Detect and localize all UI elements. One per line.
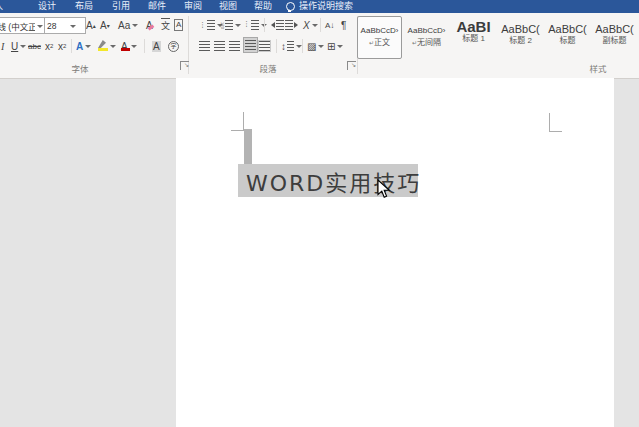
decrease-indent-icon bbox=[268, 22, 275, 28]
enclose-characters-button[interactable]: 字 bbox=[168, 38, 179, 54]
divider bbox=[320, 18, 321, 32]
style-heading2[interactable]: AaBbC( 标题 2 bbox=[498, 16, 543, 59]
align-right-button[interactable] bbox=[229, 38, 240, 54]
align-left-icon bbox=[199, 41, 210, 51]
word-window: { "window": { "accent": "#2b579a", "doc_… bbox=[0, 0, 639, 427]
character-shading-icon: A bbox=[152, 41, 161, 52]
bullets-lines bbox=[207, 20, 215, 30]
style-sample: AaBbCcD› bbox=[358, 24, 401, 38]
chevron-down-icon bbox=[110, 45, 116, 51]
numbering-button[interactable]: 123 bbox=[221, 17, 241, 33]
style-sample: A bbox=[632, 22, 639, 36]
selection-highlight: WORD实用技巧 bbox=[238, 164, 418, 197]
tab-mailings[interactable]: 邮件 bbox=[148, 0, 166, 13]
style-no-spacing[interactable]: AaBbCcD› ↵无间隔 bbox=[404, 16, 449, 59]
document-selected-text[interactable]: WORD实用技巧 bbox=[238, 165, 421, 197]
indent-lines bbox=[276, 20, 284, 30]
chevron-down-icon bbox=[131, 45, 137, 51]
indent-lines bbox=[285, 20, 293, 30]
grow-font-icon: A bbox=[86, 20, 93, 31]
font-dialog-launcher[interactable]: ↘ bbox=[180, 61, 189, 70]
justify-button[interactable] bbox=[243, 37, 258, 53]
tab-insert[interactable]: 插入 bbox=[0, 0, 3, 13]
ribbon-tab-bar: 插入 设计 布局 引用 邮件 审阅 视图 帮助 操作说明搜索 bbox=[0, 0, 639, 13]
grow-font-button[interactable]: A▴ bbox=[86, 17, 96, 33]
borders-button[interactable]: ⊞ bbox=[327, 38, 343, 54]
tab-help[interactable]: 帮助 bbox=[254, 0, 272, 13]
italic-button[interactable]: I bbox=[1, 38, 4, 54]
borders-icon: ⊞ bbox=[327, 41, 335, 52]
line-spacing-icon: ↕ bbox=[281, 41, 286, 52]
margin-mark-right-v bbox=[549, 113, 550, 132]
style-sample: AaBI bbox=[452, 20, 495, 34]
font-size-combo[interactable]: 28 bbox=[44, 17, 86, 34]
change-case-button[interactable]: Aa bbox=[118, 17, 138, 33]
clear-formatting-button[interactable]: A bbox=[146, 17, 153, 33]
font-name-combo[interactable]: 等线 (中文正文) bbox=[0, 17, 46, 34]
shading-button[interactable]: ▨ bbox=[307, 38, 324, 54]
tab-references[interactable]: 引用 bbox=[112, 0, 130, 13]
subscript-button[interactable]: x2 bbox=[45, 38, 53, 54]
shrink-font-button[interactable]: A▾ bbox=[100, 17, 110, 33]
font-size-value: 28 bbox=[47, 21, 56, 31]
numbering-icon: 123 bbox=[221, 22, 224, 29]
pilcrow-icon: ¶ bbox=[341, 20, 346, 31]
line-spacing-lines bbox=[287, 41, 294, 51]
chevron-down-icon bbox=[318, 45, 324, 51]
text-effects-icon: A bbox=[76, 41, 83, 52]
tab-review[interactable]: 审阅 bbox=[184, 0, 202, 13]
phonetic-guide-icon: 文 bbox=[161, 18, 170, 32]
sort-button[interactable]: A ↓ bbox=[325, 17, 334, 33]
font-name-value: 等线 (中文正文) bbox=[0, 20, 35, 32]
selection-empty-line bbox=[244, 129, 252, 165]
style-heading1[interactable]: AaBI 标题 1 bbox=[451, 16, 496, 59]
ribbon-home: 字体 ↘ 等线 (中文正文) 28 A▴ A▾ Aa A 文 A I U abc… bbox=[0, 13, 639, 79]
highlight-icon bbox=[97, 40, 108, 52]
show-hide-marks-button[interactable]: ¶ bbox=[341, 17, 346, 33]
margin-mark-left-h bbox=[231, 130, 244, 131]
superscript-button[interactable]: x2 bbox=[58, 38, 66, 54]
character-shading-button[interactable]: A bbox=[152, 38, 161, 54]
line-spacing-button[interactable]: ↕ bbox=[281, 38, 302, 54]
decrease-indent-button[interactable] bbox=[268, 17, 284, 33]
underline-icon: U bbox=[11, 41, 18, 52]
mouse-cursor-icon bbox=[377, 179, 391, 199]
lightbulb-icon bbox=[286, 2, 295, 11]
align-center-button[interactable] bbox=[214, 38, 225, 54]
font-color-button[interactable]: A bbox=[120, 38, 137, 54]
style-sample: AaBbC( bbox=[593, 22, 636, 36]
distribute-icon bbox=[259, 41, 270, 51]
tab-layout[interactable]: 布局 bbox=[75, 0, 93, 13]
align-left-button[interactable] bbox=[199, 38, 210, 54]
tab-design[interactable]: 设计 bbox=[38, 0, 56, 13]
strikethrough-button[interactable]: abc bbox=[28, 38, 41, 54]
change-case-icon: Aa bbox=[118, 20, 130, 31]
font-color-icon: A bbox=[120, 41, 129, 52]
distribute-button[interactable] bbox=[259, 38, 270, 54]
divider bbox=[264, 18, 265, 32]
underline-button[interactable]: U bbox=[11, 38, 26, 54]
chevron-down-icon bbox=[235, 24, 241, 30]
font-group-label: 字体 bbox=[71, 62, 88, 74]
paragraph-group-label: 段落 bbox=[259, 62, 276, 74]
phonetic-guide-button[interactable]: 文 bbox=[161, 17, 170, 33]
style-subtle-emphasis[interactable]: A 不 bbox=[631, 16, 639, 59]
enclose-characters-icon: 字 bbox=[168, 41, 179, 52]
text-effects-button[interactable]: A bbox=[76, 38, 91, 54]
divider bbox=[71, 39, 72, 53]
style-normal[interactable]: AaBbCcD› ↵正文 bbox=[357, 16, 402, 59]
asian-layout-button[interactable]: X bbox=[303, 17, 318, 33]
character-border-icon: A bbox=[174, 19, 183, 31]
chevron-down-icon bbox=[20, 45, 26, 51]
style-title[interactable]: AaBbC( 标题 bbox=[545, 16, 590, 59]
text-highlight-button[interactable] bbox=[97, 38, 116, 54]
increase-indent-button[interactable] bbox=[285, 17, 301, 33]
tell-me-search[interactable]: 操作说明搜索 bbox=[286, 0, 353, 13]
character-border-button[interactable]: A bbox=[174, 17, 183, 33]
tab-view[interactable]: 视图 bbox=[219, 0, 237, 13]
paragraph-dialog-launcher[interactable]: ↘ bbox=[347, 61, 356, 70]
clear-formatting-icon: A bbox=[146, 20, 153, 31]
multilevel-list-icon: ⋮ bbox=[243, 20, 250, 28]
increase-indent-icon bbox=[294, 22, 301, 28]
style-sample: AaBbC( bbox=[546, 22, 589, 36]
